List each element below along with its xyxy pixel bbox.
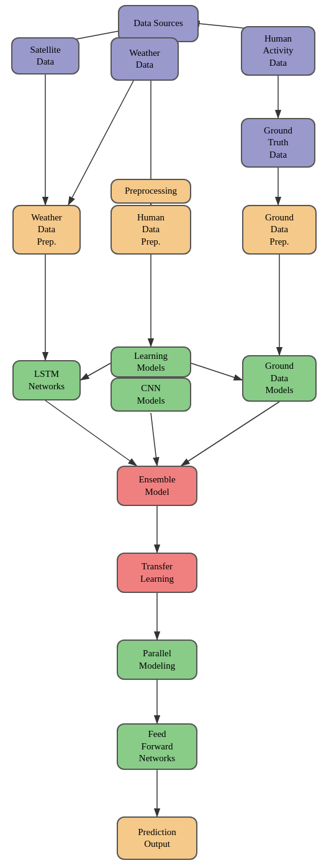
node-data-sources: Data Sources [118, 5, 199, 42]
node-weather-data-prep: WeatherDataPrep. [12, 205, 81, 255]
node-feed-forward-networks: FeedForwardNetworks [117, 723, 197, 770]
svg-line-13 [81, 363, 111, 380]
node-ground-data-prep: GroundDataPrep. [242, 205, 317, 255]
node-preprocessing: Preprocessing [111, 179, 191, 204]
svg-line-16 [151, 413, 157, 466]
node-lstm-networks: LSTMNetworks [12, 360, 81, 400]
node-learning-models: LearningModels [111, 346, 191, 377]
node-transfer-learning: TransferLearning [117, 553, 197, 593]
node-human-data-prep: HumanDataPrep. [111, 205, 191, 255]
node-ensemble-model: EnsembleModel [117, 466, 197, 506]
node-parallel-modeling: ParallelModeling [117, 640, 197, 680]
node-cnn-models: CNNModels [111, 377, 191, 412]
diagram-container: Data Sources SatelliteData WeatherData H… [0, 0, 334, 868]
svg-line-14 [191, 363, 242, 380]
node-human-activity-data: HumanActivityData [241, 26, 315, 76]
node-ground-truth-data: GroundTruthData [241, 118, 315, 168]
node-weather-data: WeatherData [111, 37, 179, 81]
node-prediction-output: PredictionOutput [117, 816, 197, 860]
node-ground-data-models: GroundDataModels [242, 355, 317, 402]
node-satellite-data: SatelliteData [11, 37, 79, 75]
svg-line-17 [181, 402, 279, 466]
